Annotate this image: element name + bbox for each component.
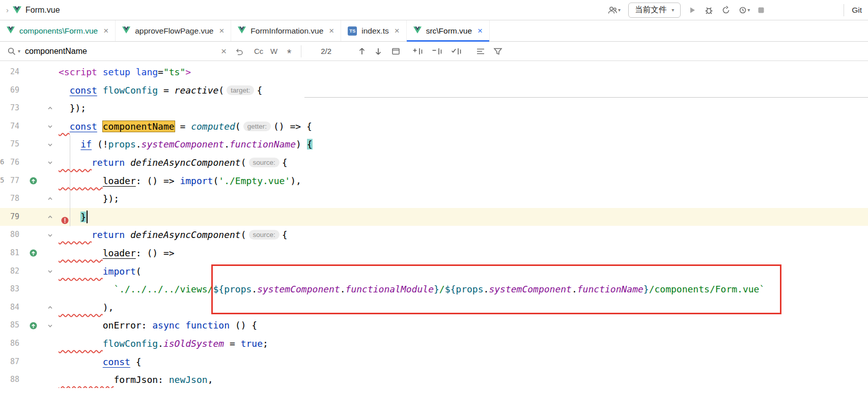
line-number[interactable]: 87 bbox=[0, 353, 23, 371]
code-line-84[interactable]: 84 ), bbox=[0, 299, 868, 317]
previous-occurrence-button[interactable] bbox=[358, 47, 366, 56]
line-number[interactable]: 75 bbox=[0, 135, 23, 154]
code-text[interactable]: loader: () => import('./Empty.vue'), bbox=[57, 172, 868, 190]
line-number[interactable]: 86 bbox=[0, 335, 23, 353]
undo-arrow-icon[interactable] bbox=[235, 47, 244, 56]
line-number[interactable]: 85 bbox=[0, 316, 23, 335]
line-number[interactable]: 78 bbox=[0, 190, 23, 208]
match-case-toggle[interactable]: Cc bbox=[251, 47, 266, 55]
fold-start-icon[interactable] bbox=[43, 154, 57, 172]
select-all-occurrences-icon[interactable] bbox=[451, 47, 463, 56]
search-input[interactable]: componentName bbox=[25, 47, 221, 56]
code-line-73[interactable]: 73 }); bbox=[0, 99, 868, 117]
regex-toggle[interactable]: * bbox=[282, 47, 297, 55]
line-number[interactable]: 80 bbox=[0, 226, 23, 244]
code-text[interactable]: if (!props.systemComponent.functionName)… bbox=[57, 135, 868, 154]
code-text[interactable]: const flowConfig = reactive(target:{ bbox=[57, 81, 868, 100]
code-line-69[interactable]: 69 const flowConfig = reactive(target:{ bbox=[0, 81, 868, 100]
line-number[interactable]: 83 bbox=[0, 280, 23, 299]
code-line-24[interactable]: 24<script setup lang="ts"> bbox=[0, 63, 868, 81]
line-number[interactable]: 79 bbox=[0, 208, 23, 226]
line-number[interactable]: 88 bbox=[0, 371, 23, 389]
fold-end-icon[interactable] bbox=[43, 208, 57, 226]
code-text[interactable]: loader: () => bbox=[57, 244, 868, 262]
unselect-occurrence-icon[interactable] bbox=[431, 47, 443, 56]
code-line-79[interactable]: 79 } bbox=[0, 208, 868, 226]
fold-start-icon[interactable] bbox=[43, 135, 57, 154]
close-icon[interactable] bbox=[103, 26, 108, 35]
tab-index-ts[interactable]: TS index.ts bbox=[341, 20, 406, 41]
code-line-77[interactable]: 77 loader: () => import('./Empty.vue'), bbox=[0, 172, 868, 190]
run-configuration-selector[interactable]: 当前文件 ▾ bbox=[628, 3, 681, 18]
clear-search-icon[interactable] bbox=[221, 46, 227, 56]
code-line-81[interactable]: 81 loader: () => bbox=[0, 244, 868, 262]
profiler-icon[interactable] bbox=[721, 6, 731, 15]
line-number[interactable]: 69 bbox=[0, 81, 23, 100]
add-occurrence-icon[interactable] bbox=[412, 47, 424, 56]
green-up-arrow-gutter-icon[interactable] bbox=[23, 316, 43, 335]
code-line-74[interactable]: 74 const componentName = computed(getter… bbox=[0, 117, 868, 136]
rerun-icon[interactable]: ▾ bbox=[738, 6, 750, 15]
fold-start-icon[interactable] bbox=[43, 117, 57, 136]
fold-start-icon[interactable] bbox=[43, 262, 57, 281]
code-text[interactable]: <script setup lang="ts"> bbox=[57, 63, 868, 81]
run-button[interactable] bbox=[688, 6, 696, 14]
next-occurrence-button[interactable] bbox=[374, 47, 382, 56]
tab-src-form-vue[interactable]: src\Form.vue bbox=[407, 20, 490, 41]
code-token: ${ bbox=[445, 284, 456, 294]
stop-icon[interactable] bbox=[758, 7, 765, 14]
code-text[interactable]: }); bbox=[57, 99, 868, 117]
code-line-86[interactable]: 86 flowConfig.isOldSystem = true; bbox=[0, 335, 868, 353]
code-text[interactable]: const componentName = computed(getter:()… bbox=[57, 117, 868, 136]
code-line-80[interactable]: 80 return defineAsyncComponent(source:{ bbox=[0, 226, 868, 244]
filter-icon[interactable] bbox=[493, 47, 502, 55]
line-number[interactable]: 84 bbox=[0, 299, 23, 317]
green-up-arrow-gutter-icon[interactable] bbox=[23, 172, 43, 190]
debug-icon[interactable] bbox=[704, 6, 714, 15]
code-line-75[interactable]: 75 if (!props.systemComponent.functionNa… bbox=[0, 135, 868, 154]
tab-components-form-vue[interactable]: components\Form.vue bbox=[0, 20, 116, 41]
code-text[interactable]: }); bbox=[57, 190, 868, 208]
close-icon[interactable] bbox=[478, 26, 483, 35]
green-up-arrow-gutter-icon[interactable] bbox=[23, 244, 43, 262]
code-text[interactable]: import( bbox=[57, 262, 868, 281]
line-number[interactable]: 81 bbox=[0, 244, 23, 262]
git-toolbar-button[interactable]: Git bbox=[852, 6, 862, 15]
fold-end-icon[interactable] bbox=[43, 99, 57, 117]
code-text[interactable]: } bbox=[57, 208, 868, 226]
code-text[interactable]: formJson: newJson, bbox=[57, 371, 868, 389]
code-text[interactable]: onError: async function () { bbox=[57, 316, 868, 335]
code-line-83[interactable]: 83 `./../../../views/${props.systemCompo… bbox=[0, 280, 868, 299]
code-line-82[interactable]: 82 import( bbox=[0, 262, 868, 281]
code-text[interactable]: return defineAsyncComponent(source:{ bbox=[57, 154, 868, 172]
fold-start-icon[interactable] bbox=[43, 226, 57, 244]
code-text[interactable]: flowConfig.isOldSystem = true; bbox=[57, 335, 868, 353]
code-line-87[interactable]: 87 const { bbox=[0, 353, 868, 371]
tab-forminformation-vue[interactable]: FormInformation.vue bbox=[231, 20, 341, 41]
line-number[interactable]: 73 bbox=[0, 99, 23, 117]
code-line-85[interactable]: 85 onError: async function () { bbox=[0, 316, 868, 335]
line-number[interactable]: 82 bbox=[0, 262, 23, 281]
close-icon[interactable] bbox=[395, 26, 400, 35]
fold-end-icon[interactable] bbox=[43, 299, 57, 317]
code-line-88[interactable]: 88 formJson: newJson, bbox=[0, 371, 868, 389]
code-token: : () => bbox=[136, 248, 175, 258]
user-icon[interactable]: ▾ bbox=[607, 6, 621, 15]
search-icon[interactable]: ▾ bbox=[7, 47, 20, 56]
fold-start-icon[interactable] bbox=[43, 316, 57, 335]
code-line-78[interactable]: 78 }); bbox=[0, 190, 868, 208]
code-text[interactable]: return defineAsyncComponent(source:{ bbox=[57, 226, 868, 244]
close-icon[interactable] bbox=[329, 26, 334, 35]
code-text[interactable]: const { bbox=[57, 353, 868, 371]
line-number[interactable]: 74 bbox=[0, 117, 23, 136]
tab-approveflowpage-vue[interactable]: approveFlowPage.vue bbox=[116, 20, 231, 41]
line-number[interactable]: 24 bbox=[0, 63, 23, 81]
whole-words-toggle[interactable]: W bbox=[266, 47, 282, 55]
code-line-76[interactable]: 76 return defineAsyncComponent(source:{ bbox=[0, 154, 868, 172]
open-in-find-window-icon[interactable] bbox=[391, 47, 401, 55]
code-text[interactable]: ), bbox=[57, 299, 868, 317]
fold-end-icon[interactable] bbox=[43, 190, 57, 208]
code-text[interactable]: `./../../../views/${props.systemComponen… bbox=[57, 280, 868, 299]
close-icon[interactable] bbox=[219, 26, 224, 35]
search-options-icon[interactable] bbox=[476, 47, 485, 55]
